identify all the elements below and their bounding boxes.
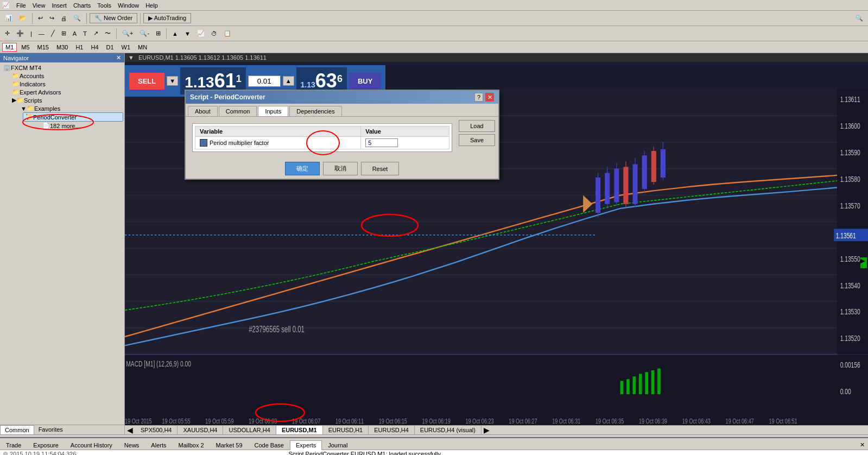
- script-dialog: Script - PeriodConverter ? ✕ About Commo…: [185, 90, 499, 180]
- modal-row-0: Period multiplier factor: [195, 137, 449, 149]
- modal-tab-about[interactable]: About: [188, 106, 218, 116]
- annotation-svg: [0, 0, 868, 455]
- modal-reset-button[interactable]: Reset: [361, 162, 400, 175]
- modal-tab-common[interactable]: Common: [219, 106, 257, 116]
- modal-value-cell[interactable]: [361, 137, 449, 149]
- modal-tabs: About Common Inputs Dependencies: [186, 104, 498, 117]
- modal-close-button[interactable]: ✕: [485, 93, 494, 102]
- modal-confirm-button[interactable]: 确定: [285, 162, 320, 175]
- svg-point-70: [23, 115, 93, 130]
- modal-var-icon: [200, 139, 207, 147]
- modal-tab-inputs[interactable]: Inputs: [258, 106, 288, 116]
- svg-point-72: [362, 214, 418, 236]
- modal-action-buttons: 确定 取消 Reset: [186, 159, 498, 179]
- modal-side-buttons: Load Save: [459, 120, 495, 155]
- modal-body-container: Variable Value Period multiplier factor: [186, 117, 498, 159]
- modal-var-name: Period multiplier factor: [210, 140, 269, 146]
- modal-inputs-table: Variable Value Period multiplier factor: [195, 126, 449, 149]
- modal-var-container: Period multiplier factor: [200, 139, 356, 147]
- modal-col-variable: Variable: [195, 127, 361, 137]
- modal-load-button[interactable]: Load: [459, 120, 495, 132]
- modal-help-button[interactable]: ?: [474, 93, 483, 102]
- svg-point-73: [256, 404, 305, 421]
- modal-cancel-button[interactable]: 取消: [323, 162, 358, 175]
- modal-save-button[interactable]: Save: [459, 134, 495, 146]
- modal-tab-dependencies[interactable]: Dependencies: [289, 106, 341, 116]
- modal-overlay: Script - PeriodConverter ? ✕ About Commo…: [0, 0, 868, 455]
- modal-col-value: Value: [361, 127, 449, 137]
- modal-value-input[interactable]: [365, 138, 398, 147]
- modal-body: Variable Value Period multiplier factor: [192, 123, 452, 152]
- modal-title: Script - PeriodConverter: [190, 93, 265, 101]
- modal-titlebar: Script - PeriodConverter ? ✕: [186, 91, 498, 104]
- modal-var-cell: Period multiplier factor: [195, 137, 361, 149]
